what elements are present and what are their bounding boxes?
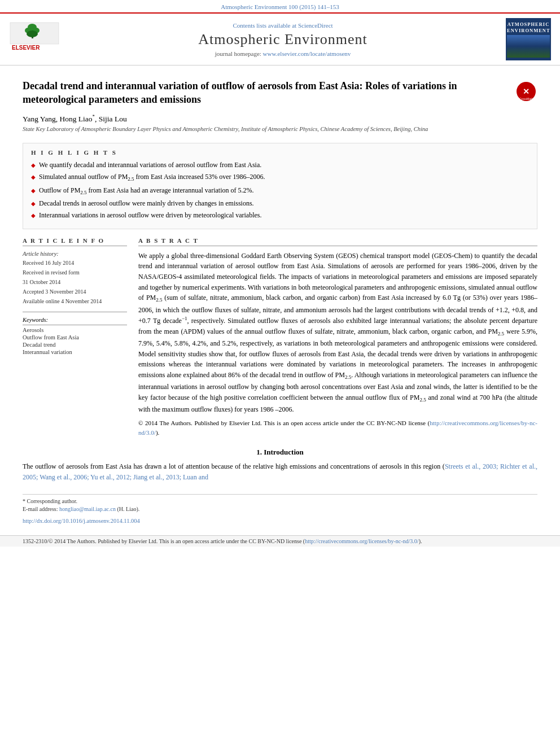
- bullet-5: ◆: [31, 212, 36, 220]
- affiliation: State Key Laboratory of Atmospheric Boun…: [23, 125, 510, 134]
- keyword-2: Outflow from East Asia: [23, 334, 127, 340]
- journal-citation: Atmospheric Environment 100 (2015) 141–1…: [0, 0, 560, 12]
- highlights-list: ◆ We quantify decadal and interannual va…: [31, 160, 529, 221]
- crossmark-logo: ✕ CrossMark: [516, 81, 537, 104]
- introduction-text: The outflow of aerosols from East Asia h…: [23, 461, 537, 483]
- contents-available-line: Contents lists available at ScienceDirec…: [65, 22, 500, 29]
- journal-header-center: Contents lists available at ScienceDirec…: [65, 22, 500, 57]
- highlight-item-4: ◆ Decadal trends in aerosol outflow were…: [31, 199, 529, 208]
- corresponding-author-note: * Corresponding author.: [23, 498, 537, 504]
- journal-header: ELSEVIER Contents lists available at Sci…: [0, 12, 560, 65]
- abstract-text: We apply a global three-dimensional Godd…: [138, 251, 537, 415]
- citation-text: Atmospheric Environment 100 (2015) 141–1…: [221, 3, 339, 10]
- article-header: Decadal trend and interannual variation …: [23, 79, 537, 136]
- bullet-3: ◆: [31, 187, 36, 195]
- bullet-2: ◆: [31, 173, 36, 182]
- highlight-item-3: ◆ Outflow of PM2.5 from East Asia had an…: [31, 186, 529, 196]
- article-title: Decadal trend and interannual variation …: [23, 79, 510, 107]
- bullet-4: ◆: [31, 200, 36, 208]
- keyword-1: Aerosols: [23, 327, 127, 333]
- highlight-item-5: ◆ Interannual variations in aerosol outf…: [31, 211, 529, 220]
- svg-text:✕: ✕: [523, 87, 530, 96]
- copyright-notice: © 2014 The Authors. Published by Elsevie…: [138, 418, 537, 438]
- elsevier-logo: ELSEVIER: [9, 21, 60, 58]
- bottom-bar: 1352-2310/© 2014 The Authors. Published …: [0, 535, 560, 547]
- svg-text:CrossMark: CrossMark: [519, 97, 533, 101]
- two-column-layout: A R T I C L E I N F O Article history: R…: [23, 237, 537, 438]
- keywords-title: Keywords:: [23, 317, 127, 325]
- highlights-title: H I G H L I G H T S: [31, 149, 529, 156]
- svg-text:ELSEVIER: ELSEVIER: [12, 45, 40, 51]
- homepage-line: journal homepage: www.elsevier.com/locat…: [65, 50, 500, 57]
- authors: Yang Yang, Hong Liao*, Sijia Lou: [23, 113, 510, 124]
- article-info-title: A R T I C L E I N F O: [23, 237, 127, 246]
- highlight-item-1: ◆ We quantify decadal and interannual va…: [31, 160, 529, 170]
- article-title-block: Decadal trend and interannual variation …: [23, 79, 510, 136]
- article-info-column: A R T I C L E I N F O Article history: R…: [23, 237, 127, 438]
- abstract-title: A B S T R A C T: [138, 237, 537, 246]
- article-history-label: Article history:: [23, 251, 127, 257]
- footnotes: * Corresponding author. E-mail address: …: [23, 494, 537, 512]
- ref-link-wang[interactable]: Wang et al., 2006; Yu et al., 2012; Jian…: [40, 473, 208, 481]
- abstract-column: A B S T R A C T We apply a global three-…: [138, 237, 537, 438]
- bullet-1: ◆: [31, 161, 36, 170]
- doi-line: http://dx.doi.org/10.1016/j.atmosenv.201…: [23, 518, 537, 524]
- svg-point-5: [27, 30, 38, 37]
- highlight-item-2: ◆ Simulated annual outflow of PM2.5 from…: [31, 172, 529, 183]
- introduction-heading: 1. Introduction: [23, 448, 537, 457]
- article-dates: Received 16 July 2014 Received in revise…: [23, 258, 127, 306]
- doi-link[interactable]: http://dx.doi.org/10.1016/j.atmosenv.201…: [23, 518, 140, 524]
- main-content: Decadal trend and interannual variation …: [0, 65, 560, 532]
- cc-bottom-link[interactable]: http://creativecommons.org/licenses/by-n…: [305, 538, 418, 544]
- journal-logo: ATMOSPHERICENVIRONMENT: [506, 18, 551, 60]
- email-link[interactable]: hongliao@mail.iap.ac.cn: [59, 506, 116, 512]
- email-line: E-mail address: hongliao@mail.iap.ac.cn …: [23, 506, 537, 512]
- cc-license-link[interactable]: http://creativecommons.org/licenses/by-n…: [138, 420, 537, 436]
- highlights-section: H I G H L I G H T S ◆ We quantify decada…: [23, 143, 537, 229]
- homepage-link[interactable]: www.elsevier.com/locate/atmosenv: [263, 50, 351, 57]
- keyword-4: Interannual variation: [23, 349, 127, 355]
- journal-title: Atmospheric Environment: [65, 31, 500, 48]
- keyword-3: Decadal trend: [23, 342, 127, 348]
